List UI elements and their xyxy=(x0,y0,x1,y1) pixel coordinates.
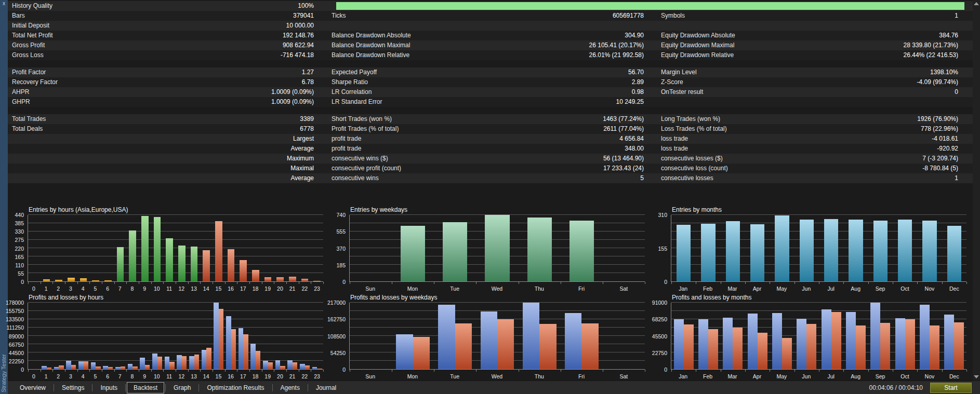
x-tick-mark xyxy=(237,282,237,284)
y-axis-label: 68250 xyxy=(652,316,667,322)
stat-value: 56 (13 464.90) xyxy=(603,154,644,164)
bar-slot xyxy=(41,215,53,281)
stats-cell: consecutive losses1 xyxy=(647,173,973,183)
start-button[interactable]: Start xyxy=(930,383,972,393)
x-tick-mark xyxy=(126,370,127,372)
scroll-down-icon[interactable] xyxy=(974,375,979,378)
tab-separator xyxy=(92,384,92,391)
tab-agents[interactable]: Agents xyxy=(274,382,307,393)
x-axis-label: Apr xyxy=(745,373,769,379)
bar-slot xyxy=(311,303,323,369)
x-axis-label: Tue xyxy=(434,286,476,292)
stats-cell: Balance Drawdown Relative26.01% (21 992.… xyxy=(319,50,647,60)
y-axis-label: 155 xyxy=(658,246,667,252)
bar-slot xyxy=(176,303,188,369)
bar xyxy=(189,356,194,369)
y-axis-label: 22250 xyxy=(9,358,24,364)
elapsed-time: 00:04:06 / 00:04:10 xyxy=(869,384,923,391)
bar-slot xyxy=(721,215,745,281)
y-axis-label: 220 xyxy=(15,246,24,252)
stat-label: Short Trades (won %) xyxy=(332,114,392,124)
stat-value: 26.44% (22 416.53) xyxy=(904,50,958,60)
stats-cell: Long Trades (won %)1926 (76.90%) xyxy=(647,114,973,124)
tab-backtest[interactable]: Backtest xyxy=(127,382,164,393)
tab-journal[interactable]: Journal xyxy=(309,382,343,393)
bar xyxy=(203,250,210,281)
x-tick-mark xyxy=(519,282,519,284)
x-axis: 01234567891011121314151617181920212223 xyxy=(28,373,323,379)
bar xyxy=(443,222,467,281)
tab-overview[interactable]: Overview xyxy=(13,382,52,393)
stat-value: 5 xyxy=(640,173,644,183)
bar-slot xyxy=(77,215,90,281)
y-axis-label: 111250 xyxy=(7,324,24,331)
bar xyxy=(726,221,740,281)
tab-optimization-results[interactable]: Optimization Results xyxy=(200,382,271,393)
bar xyxy=(256,351,260,369)
stats-row: Initial Deposit10 000.00 xyxy=(8,21,973,31)
bar xyxy=(800,220,814,281)
stat-value: 10 249.25 xyxy=(616,97,644,107)
stats-cell: Total Net Profit192 148.76 xyxy=(8,31,319,40)
stat-value: Average xyxy=(291,173,314,183)
tab-settings[interactable]: Settings xyxy=(55,382,91,393)
tab-inputs[interactable]: Inputs xyxy=(94,382,124,393)
bar xyxy=(873,221,888,281)
x-tick-mark xyxy=(28,282,29,284)
chart-title: Profits and losses by hours xyxy=(29,294,103,301)
tab-strip: OverviewSettingsInputsBacktestGraphOptim… xyxy=(13,381,343,394)
stat-label: GHPR xyxy=(12,97,30,107)
x-tick-mark xyxy=(696,282,696,284)
x-axis: SunMonTueWedThuFriSat xyxy=(349,373,645,379)
bar-slot xyxy=(139,303,151,369)
bar-slot xyxy=(213,215,225,281)
y-axis: 0222504450066750890001112501335001557501… xyxy=(8,303,27,370)
x-tick-mark xyxy=(392,370,392,372)
x-tick-mark xyxy=(65,282,65,284)
chart-profits-losses-by-hours: Profits and losses by hours0222504450066… xyxy=(8,293,329,381)
bar xyxy=(565,313,581,369)
stat-value: 1926 (76.90%) xyxy=(917,114,958,124)
stats-cell xyxy=(647,97,973,107)
x-axis-label: Aug xyxy=(843,286,868,292)
stats-row: Gross Profit908 622.94Balance Drawdown M… xyxy=(8,40,973,50)
bar-slot xyxy=(434,303,476,369)
bar-slot xyxy=(696,303,720,369)
x-axis-label: 1 xyxy=(40,286,52,292)
bar-slots xyxy=(671,215,966,281)
bar xyxy=(822,309,831,369)
bar-slot xyxy=(102,303,114,369)
stats-cell: consecutive wins5 xyxy=(319,173,647,183)
bar xyxy=(264,277,272,281)
x-axis-label: 14 xyxy=(200,373,213,379)
close-icon[interactable]: x xyxy=(0,1,8,6)
scroll-up-icon[interactable] xyxy=(974,2,979,5)
bar xyxy=(581,323,598,369)
vertical-scrollbar[interactable] xyxy=(973,0,980,381)
x-axis-label: 2 xyxy=(52,286,64,292)
bar xyxy=(177,355,181,369)
x-axis-label: 6 xyxy=(101,373,114,379)
bar-slot xyxy=(893,215,917,281)
stats-cell: consecutive losses ($)7 (-3 209.74) xyxy=(647,154,973,164)
bar-slot xyxy=(819,215,843,281)
x-tick-mark xyxy=(893,282,893,284)
x-axis-label: Oct xyxy=(893,373,917,379)
stats-cell: Margin Level1398.10% xyxy=(647,67,973,77)
x-axis-label: 21 xyxy=(286,286,299,292)
chart-plot-area xyxy=(349,303,645,370)
stat-label: Long Trades (won %) xyxy=(661,114,720,124)
stat-value: 348.00 xyxy=(625,144,644,154)
stats-cell: Loss Trades (% of total)778 (22.96%) xyxy=(647,124,973,134)
tab-graph[interactable]: Graph xyxy=(167,382,197,393)
x-axis-label: 7 xyxy=(114,373,126,379)
bar xyxy=(55,280,62,281)
x-tick-mark xyxy=(237,370,237,372)
bar xyxy=(287,360,292,369)
stats-cell: consecutive wins ($)56 (13 464.90) xyxy=(319,154,647,164)
stats-row: Averageprofit trade348.00loss trade-920.… xyxy=(8,144,973,154)
bar-slot xyxy=(237,303,249,369)
bar xyxy=(708,329,718,369)
bar-slot xyxy=(163,303,176,369)
stats-cell: Bars379041 xyxy=(8,11,319,21)
